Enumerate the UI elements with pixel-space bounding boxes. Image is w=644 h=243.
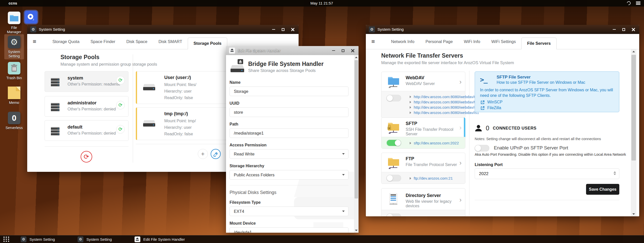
name-input[interactable] xyxy=(230,87,348,96)
directory-server-icon xyxy=(387,193,400,207)
filesystem-type-select[interactable]: EXT4 xyxy=(230,207,348,216)
tab-space-finder[interactable]: Space Finder xyxy=(85,34,121,49)
sftp-link[interactable]: sftp://dev.arozos.com:2022 xyxy=(414,141,459,145)
path-input[interactable] xyxy=(230,128,348,138)
tab-menu-icon[interactable]: ≡ xyxy=(371,38,375,45)
caret-down-icon xyxy=(342,174,345,176)
scroll-up-icon[interactable] xyxy=(354,55,359,60)
tab-disk-space[interactable]: Disk Space xyxy=(121,34,153,49)
ftp-toggle[interactable] xyxy=(387,175,401,181)
chevron-right-icon[interactable]: › xyxy=(459,196,462,204)
taskbar-item-system-setting-2[interactable]: ⚙ System Setting xyxy=(78,236,112,242)
divider xyxy=(45,146,128,147)
upnp-toggle[interactable] xyxy=(475,145,489,151)
access-permission-select[interactable]: Read Write xyxy=(230,149,348,159)
desktop-icon-memo[interactable]: Memo xyxy=(4,87,24,105)
mount-name: tmp (tmp:/) xyxy=(164,111,188,116)
tab-disk-smart[interactable]: Disk SMART xyxy=(153,34,188,49)
chevron-right-icon[interactable]: › xyxy=(459,124,462,132)
desktop-icon-music[interactable]: ♪ xyxy=(23,11,39,23)
pool-card-default[interactable]: default Other's Permission: denied ⟳ xyxy=(45,120,128,141)
minimize-button[interactable] xyxy=(272,29,275,30)
pool-sync-button[interactable]: ⟳ xyxy=(116,101,125,109)
client-link-winscp[interactable]: WinSCP xyxy=(487,100,502,104)
pool-sync-button[interactable]: ⟳ xyxy=(116,76,125,85)
close-button[interactable] xyxy=(632,28,635,31)
webdav-toggle[interactable] xyxy=(387,95,401,101)
scrollbar[interactable] xyxy=(631,49,636,216)
directory-toggle[interactable] xyxy=(387,214,401,216)
titlebar-servers-window[interactable]: ⚙ System Setting xyxy=(366,25,639,34)
storage-hierarchy-value: Public Access Folders xyxy=(234,173,274,177)
maximize-button[interactable] xyxy=(282,28,284,31)
trash-icon xyxy=(8,62,20,74)
tab-wifi-settings[interactable]: WiFi Settings xyxy=(486,34,521,49)
minimize-button[interactable] xyxy=(332,50,335,51)
bridge-link-button[interactable] xyxy=(211,149,221,159)
desktop-icon-system-setting[interactable]: ⚙ System Setting xyxy=(4,34,24,59)
app-launcher-icon[interactable] xyxy=(3,236,10,242)
webdav-link[interactable]: http://dev.arozos.com:8080/webdav/tmp xyxy=(414,100,480,104)
gear-icon: ⚙ xyxy=(8,36,20,48)
maximize-button[interactable] xyxy=(622,28,625,31)
physical-disks-section-label: Physical Disks Settings xyxy=(230,190,348,195)
webdav-folder-icon xyxy=(387,75,400,89)
client-link-filezilla[interactable]: FileZilla xyxy=(487,106,501,110)
server-card-directory[interactable]: Directory Server Web file viewer for leg… xyxy=(381,188,465,216)
scrollbar[interactable] xyxy=(354,55,359,233)
listening-port-input[interactable] xyxy=(475,169,601,179)
server-card-webdav[interactable]: WebDAV WebDAV Server › http://dev.arozos… xyxy=(381,72,465,118)
uuid-input[interactable] xyxy=(230,107,348,117)
loading-spinner-icon[interactable] xyxy=(626,1,631,6)
tab-storage-quota[interactable]: Storage Quota xyxy=(47,34,85,49)
pool-card-system[interactable]: system Other's Permission: readwrite ⟳ xyxy=(45,71,128,92)
tab-menu-icon[interactable]: ≡ xyxy=(33,38,36,45)
topbar-menu-icon[interactable] xyxy=(636,2,640,5)
tab-file-servers[interactable]: File Servers xyxy=(521,37,557,50)
ftp-link[interactable]: ftp://dev.arozos.com:21 xyxy=(414,176,453,180)
webdav-link[interactable]: http://dev.arozos.com:8080/webdav/store xyxy=(414,105,482,109)
storage-hierarchy-select[interactable]: Public Access Folders xyxy=(230,170,348,180)
minimize-button[interactable] xyxy=(613,29,616,30)
desktop-icon-serverless[interactable]: O Serverless xyxy=(4,112,24,130)
taskbar-item-system-setting-1[interactable]: ⚙ System Setting xyxy=(21,236,55,242)
server-card-sftp[interactable]: SFTP SSH File Transfer Protocol Server ›… xyxy=(381,117,465,149)
scrollbar-thumb[interactable] xyxy=(631,55,636,160)
filesystem-type-value: EXT4 xyxy=(234,209,244,214)
listening-port-field xyxy=(475,168,619,179)
pool-card-administrator[interactable]: administrator Other's Permission: denied… xyxy=(45,96,128,117)
chevron-right-icon[interactable]: › xyxy=(459,159,462,167)
refresh-pools-button[interactable]: ⟳ xyxy=(81,151,92,163)
tab-personal-page[interactable]: Personal Page xyxy=(420,34,458,49)
desktop-icon-trash-bin[interactable]: Trash Bin xyxy=(4,62,24,80)
tab-wifi-info[interactable]: WiFi Info xyxy=(458,34,486,49)
add-mount-button[interactable]: + xyxy=(198,149,208,159)
mount-hierarchy: Hierarchy: user xyxy=(164,125,191,130)
tab-storage-pools[interactable]: Storage Pools xyxy=(188,37,227,50)
maximize-button[interactable] xyxy=(342,49,344,52)
scroll-down-icon[interactable] xyxy=(631,212,636,216)
close-button[interactable] xyxy=(351,49,355,52)
desktop-icon-label: File Manager xyxy=(4,26,24,34)
bullet-icon xyxy=(410,142,411,144)
titlebar-edit-window[interactable]: Edit File System Handler xyxy=(226,46,359,55)
sftp-toggle[interactable] xyxy=(387,140,401,146)
number-spinner[interactable] xyxy=(613,171,617,176)
drive-icon xyxy=(143,120,156,128)
mount-device-input[interactable] xyxy=(230,227,348,233)
desktop-icon-file-manager[interactable]: File Manager xyxy=(4,12,24,34)
path-label: Path xyxy=(230,122,348,127)
taskbar-item-edit-fsh[interactable]: Edit File System Handler xyxy=(135,236,185,242)
page-subtitle: Manage the exported file server interfac… xyxy=(381,60,514,65)
scroll-up-icon[interactable] xyxy=(631,49,636,54)
pool-sync-button[interactable]: ⟳ xyxy=(116,125,125,134)
save-changes-button[interactable]: Save Changes xyxy=(586,184,619,195)
scroll-down-icon[interactable] xyxy=(354,228,359,233)
scrollbar-thumb[interactable] xyxy=(355,60,358,198)
close-button[interactable] xyxy=(291,28,295,31)
titlebar-storage-window[interactable]: ⚙ System Setting xyxy=(27,25,299,34)
tab-network-info[interactable]: Network Info xyxy=(385,34,420,49)
chevron-right-icon[interactable]: › xyxy=(459,78,462,86)
webdav-link[interactable]: http://dev.arozos.com:8080/webdav/user xyxy=(414,95,481,99)
server-card-ftp[interactable]: FTP File Transfer Protocol Server › ftp:… xyxy=(381,153,465,184)
